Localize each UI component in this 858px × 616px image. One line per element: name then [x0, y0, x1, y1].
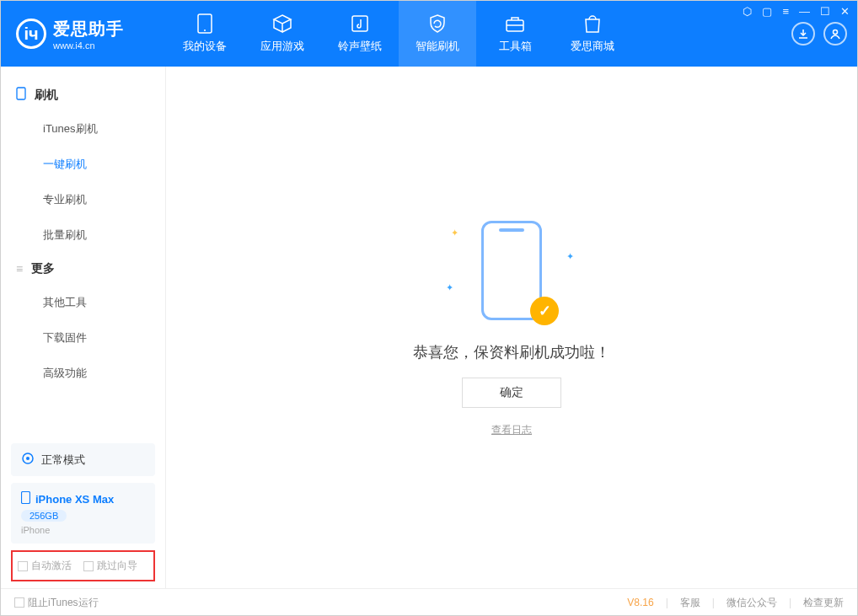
checkmark-badge-icon: ✓ — [530, 297, 559, 325]
list-icon: ≡ — [16, 262, 23, 276]
skip-guide-checkbox[interactable]: 跳过向导 — [83, 559, 137, 573]
refresh-shield-icon — [427, 13, 448, 34]
menu-icon[interactable]: ≡ — [782, 5, 789, 18]
view-log-link[interactable]: 查看日志 — [491, 423, 532, 437]
app-title: 爱思助手 — [53, 18, 124, 40]
block-itunes-checkbox[interactable]: 阻止iTunes运行 — [14, 596, 99, 610]
user-button[interactable] — [823, 22, 847, 46]
app-subtitle: www.i4.cn — [53, 40, 124, 51]
sidebar-item-download-firmware[interactable]: 下载固件 — [1, 320, 165, 356]
download-button[interactable] — [791, 22, 815, 46]
sidebar-item-batch-flash[interactable]: 批量刷机 — [1, 217, 165, 253]
device-type: iPhone — [21, 525, 50, 535]
device-name-text: iPhone XS Max — [35, 493, 114, 506]
ok-button[interactable]: 确定 — [462, 378, 561, 408]
sidebar-item-oneclick-flash[interactable]: 一键刷机 — [1, 147, 165, 182]
shirt-icon[interactable]: ⬡ — [743, 5, 752, 18]
logo-icon: iч — [16, 19, 46, 49]
success-message: 恭喜您，保资料刷机成功啦！ — [413, 342, 610, 362]
main-content: ✦ ✦ ✦ ✓ 恭喜您，保资料刷机成功啦！ 确定 查看日志 — [166, 67, 857, 588]
mode-label: 正常模式 — [41, 453, 85, 468]
nav-my-device[interactable]: 我的设备 — [166, 1, 244, 67]
sidebar-item-other-tools[interactable]: 其他工具 — [1, 285, 165, 320]
close-button[interactable]: ✕ — [840, 5, 850, 18]
device-phone-icon — [21, 491, 30, 506]
phone-icon — [16, 87, 26, 103]
svg-rect-6 — [17, 88, 25, 99]
device-icon — [195, 13, 215, 34]
sidebar-item-itunes-flash[interactable]: iTunes刷机 — [1, 111, 165, 147]
svg-point-8 — [26, 457, 29, 460]
shopping-bag-icon — [582, 13, 603, 34]
nav-label: 工具箱 — [499, 39, 532, 54]
mode-icon — [21, 452, 35, 468]
version-label: V8.16 — [627, 597, 653, 608]
cube-icon — [272, 13, 292, 34]
device-card[interactable]: iPhone XS Max 256GB iPhone — [11, 483, 155, 544]
svg-rect-9 — [22, 492, 30, 504]
nav-smart-flash[interactable]: 智能刷机 — [399, 1, 476, 67]
footer-link-wechat[interactable]: 微信公众号 — [727, 596, 777, 610]
footer-link-support[interactable]: 客服 — [680, 596, 700, 610]
nav-label: 我的设备 — [183, 39, 227, 54]
nav-store[interactable]: 爱思商城 — [554, 1, 631, 67]
nav-toolbox[interactable]: 工具箱 — [476, 1, 554, 67]
svg-point-5 — [834, 30, 838, 35]
sidebar-item-advanced[interactable]: 高级功能 — [1, 356, 165, 391]
sidebar-group-more: ≡ 更多 — [1, 253, 165, 285]
sidebar-item-pro-flash[interactable]: 专业刷机 — [1, 182, 165, 217]
footer-link-update[interactable]: 检查更新 — [803, 596, 844, 610]
auto-activate-checkbox[interactable]: 自动激活 — [18, 559, 72, 573]
mode-card[interactable]: 正常模式 — [11, 443, 155, 476]
music-note-icon — [350, 13, 370, 34]
nav-apps-games[interactable]: 应用游戏 — [244, 1, 321, 67]
sparkle-icon: ✦ — [446, 282, 453, 293]
maximize-button[interactable]: ☐ — [820, 5, 830, 18]
sparkle-icon: ✦ — [566, 251, 574, 262]
nav-label: 铃声壁纸 — [338, 39, 382, 54]
footer: 阻止iTunes运行 V8.16 | 客服 | 微信公众号 | 检查更新 — [1, 588, 857, 616]
svg-point-1 — [204, 29, 206, 31]
window-controls: ⬡ ▢ ≡ — ☐ ✕ — [743, 5, 850, 18]
options-highlight-box: 自动激活 跳过向导 — [11, 550, 155, 581]
sidebar: 刷机 iTunes刷机 一键刷机 专业刷机 批量刷机 ≡ 更多 其他工具 下载固… — [1, 67, 166, 588]
header: iч 爱思助手 www.i4.cn 我的设备 应用游戏 铃声壁纸 智能刷机 工具… — [1, 1, 857, 67]
nav-tabs: 我的设备 应用游戏 铃声壁纸 智能刷机 工具箱 爱思商城 — [166, 1, 631, 67]
feedback-icon[interactable]: ▢ — [762, 5, 772, 18]
toolbox-icon — [505, 13, 525, 34]
logo-area: iч 爱思助手 www.i4.cn — [1, 18, 166, 51]
nav-label: 智能刷机 — [416, 39, 459, 54]
nav-label: 应用游戏 — [260, 39, 304, 54]
success-illustration: ✦ ✦ ✦ ✓ — [453, 217, 571, 327]
sidebar-group-flash: 刷机 — [1, 78, 165, 111]
storage-badge: 256GB — [21, 510, 67, 522]
nav-label: 爱思商城 — [571, 39, 614, 54]
sparkle-icon: ✦ — [451, 228, 458, 238]
svg-rect-2 — [352, 16, 367, 31]
nav-ringtones-wallpapers[interactable]: 铃声壁纸 — [321, 1, 399, 67]
minimize-button[interactable]: — — [799, 5, 810, 18]
